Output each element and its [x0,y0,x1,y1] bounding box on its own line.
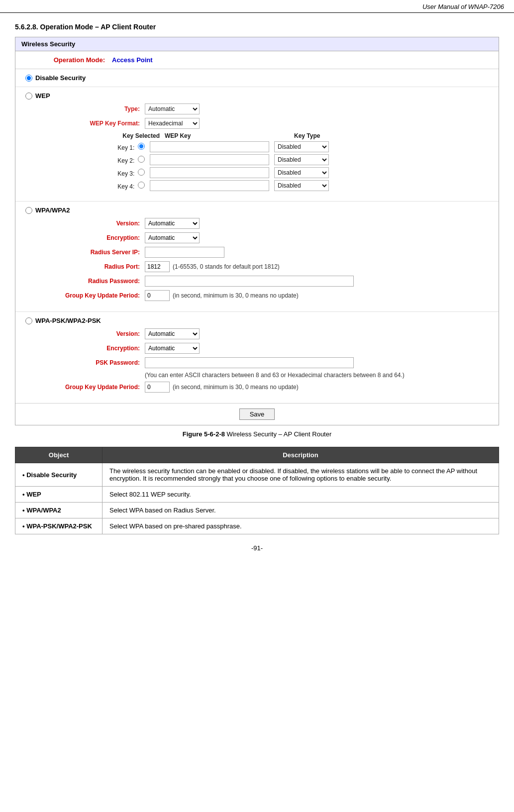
wpa-wpa2-option: WPA/WPA2 Version: AutomaticWPAWPA2 Encry… [15,202,499,312]
table-row: • WEPSelect 802.11 WEP security. [15,487,499,503]
wpa-header: WPA/WPA2 [25,206,489,214]
table-cell-description: Select WPA based on pre-shared passphras… [103,518,499,534]
wep-key-header-row: Key Selected WEP Key Key Type [65,132,489,139]
wpa-form: Version: AutomaticWPAWPA2 Encryption: Au… [25,214,489,306]
psk-encryption-label: Encryption: [45,345,140,352]
figure-caption-text: Wireless Security – AP Client Router [225,430,331,438]
psk-password-input[interactable] [145,357,354,368]
psk-encryption-select[interactable]: AutomaticTKIPAES [145,343,200,354]
wep-key-4-label: Key 4: [65,182,150,190]
wep-header: WEP [25,92,489,100]
wpa-radius-port-label: Radius Port: [45,263,140,270]
wep-label: WEP [35,92,50,100]
wep-key-table: Key Selected WEP Key Key Type Key 1: Dis… [65,132,489,191]
operation-mode-row: Operation Mode: Access Point [15,51,499,69]
wep-key-key-header: WEP Key [165,132,289,139]
wep-format-row: WEP Key Format: Hexadecimal ASCII [45,118,489,129]
wep-key-1-type[interactable]: Disabled64-bit128-bit152-bit [274,141,329,152]
wpa-encryption-select[interactable]: AutomaticTKIPAES [145,232,200,243]
wpa-psk-form: Version: AutomaticWPAWPA2 Encryption: Au… [25,324,489,398]
disable-security-option: Disable Security [15,69,499,87]
wireless-security-panel: Wireless Security Operation Mode: Access… [15,37,499,425]
wep-key-2-type[interactable]: Disabled64-bit128-bit152-bit [274,154,329,165]
wpa-psk-radio[interactable] [25,317,32,324]
wep-key-1-radio[interactable] [138,143,145,150]
wpa-group-key-hint: (in second, minimum is 30, 0 means no up… [173,292,299,299]
wep-key-4-input[interactable] [150,180,269,191]
table-header-object: Object [15,447,103,463]
disable-security-label: Disable Security [35,74,86,82]
wpa-group-key-row: Group Key Update Period: (in second, min… [45,290,489,301]
psk-version-label: Version: [45,330,140,337]
wep-type-row: Type: Automatic Open System Shared Key [45,103,489,114]
wpa-group-key-label: Group Key Update Period: [45,292,140,299]
wep-key-3-row: Key 3: Disabled64-bit128-bit152-bit [65,167,489,178]
wpa-psk-option: WPA-PSK/WPA2-PSK Version: AutomaticWPAWP… [15,312,499,403]
wep-key-3-label: Key 3: [65,169,150,177]
table-cell-description: Select 802.11 WEP security. [103,487,499,503]
page-footer: -91- [15,544,499,552]
page-number: -91- [251,544,263,552]
wep-key-2-label: Key 2: [65,156,150,164]
wep-key-2-input[interactable] [150,154,269,165]
wep-type-label: Type: [45,105,140,112]
save-button[interactable]: Save [239,408,275,420]
wep-key-1-input[interactable] [150,141,269,152]
wep-key-type-header: Key Type [294,132,320,139]
wpa-version-select[interactable]: AutomaticWPAWPA2 [145,218,200,229]
wep-radio[interactable] [25,93,32,100]
psk-hint-row: (You can enter ASCII characters between … [145,372,489,379]
wpa-version-label: Version: [45,220,140,227]
panel-body: Operation Mode: Access Point Disable Sec… [15,51,499,425]
wpa-radio[interactable] [25,207,32,214]
save-row: Save [15,403,499,425]
wep-format-label: WEP Key Format: [45,120,140,127]
operation-mode-value: Access Point [112,56,153,64]
wpa-radius-port-input[interactable] [145,261,170,272]
wpa-encryption-label: Encryption: [45,234,140,241]
wep-key-3-radio[interactable] [138,169,145,176]
wpa-radius-port-hint: (1-65535, 0 stands for default port 1812… [173,263,280,270]
wpa-radius-ip-input[interactable] [145,247,224,258]
psk-version-row: Version: AutomaticWPAWPA2 [45,328,489,339]
wep-key-4-radio[interactable] [138,182,145,189]
wpa-radius-pwd-row: Radius Password: [45,276,489,287]
psk-group-key-hint: (in second, minimum is 30, 0 means no up… [173,384,299,391]
panel-header: Wireless Security [15,37,499,51]
manual-title: User Manual of WNAP-7206 [422,3,504,10]
table-header-description: Description [103,447,499,463]
wpa-psk-header: WPA-PSK/WPA2-PSK [25,317,489,324]
psk-version-select[interactable]: AutomaticWPAWPA2 [145,328,200,339]
wpa-label: WPA/WPA2 [35,206,70,214]
table-row: • WPA/WPA2Select WPA based on Radius Ser… [15,503,499,518]
wep-key-2-row: Key 2: Disabled64-bit128-bit152-bit [65,154,489,165]
wep-type-select[interactable]: Automatic Open System Shared Key [145,103,200,114]
wep-key-2-radio[interactable] [138,156,145,163]
page-content: 5.6.2.8. Operation Mode – AP Client Rout… [0,18,514,557]
psk-password-label: PSK Password: [45,359,140,366]
section-title: 5.6.2.8. Operation Mode – AP Client Rout… [15,23,499,31]
wpa-radius-port-row: Radius Port: (1-65535, 0 stands for defa… [45,261,489,272]
wpa-group-key-input[interactable] [145,290,170,301]
disable-security-radio[interactable] [25,75,32,82]
figure-caption: Figure 5-6-2-8 Wireless Security – AP Cl… [15,430,499,438]
wep-key-3-input[interactable] [150,167,269,178]
page-header: User Manual of WNAP-7206 [0,0,514,13]
wep-key-4-type[interactable]: Disabled64-bit128-bit152-bit [274,180,329,191]
table-cell-object: • Disable Security [15,463,103,487]
description-table: Object Description • Disable SecurityThe… [15,447,499,534]
table-cell-description: The wireless security function can be en… [103,463,499,487]
table-cell-object: • WPA/WPA2 [15,503,103,518]
psk-group-key-input[interactable] [145,382,170,393]
wpa-version-row: Version: AutomaticWPAWPA2 [45,218,489,229]
disable-security-header: Disable Security [25,74,489,82]
psk-password-row: PSK Password: [45,357,489,368]
psk-group-key-row: Group Key Update Period: (in second, min… [45,382,489,393]
wep-format-select[interactable]: Hexadecimal ASCII [145,118,200,129]
wep-key-selected-header: Key Selected [65,132,165,139]
psk-hint: (You can enter ASCII characters between … [145,372,405,379]
wep-key-3-type[interactable]: Disabled64-bit128-bit152-bit [274,167,329,178]
table-cell-object: • WEP [15,487,103,503]
wpa-radius-pwd-input[interactable] [145,276,354,287]
table-row: • WPA-PSK/WPA2-PSKSelect WPA based on pr… [15,518,499,534]
